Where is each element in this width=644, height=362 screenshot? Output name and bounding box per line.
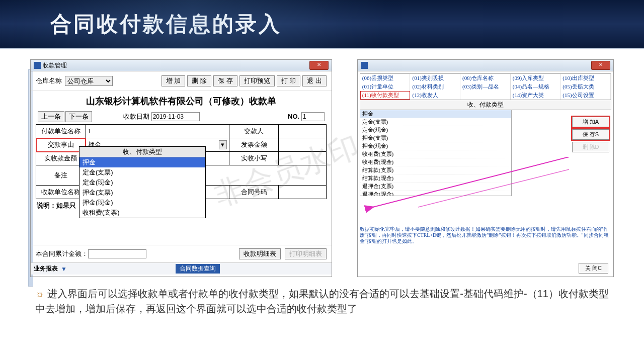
payment-type-list[interactable]: 押金 定金(支票) 定金(现金) 押金(支票) 押金(现金) 收租费(支票) 收…: [360, 110, 512, 196]
payer-unit-label: 付款单位名称: [36, 125, 86, 138]
category-item[interactable]: (02)材料类别: [410, 82, 460, 91]
category-item[interactable]: (10)出库类型: [560, 74, 611, 82]
print-preview-button[interactable]: 打印预览: [239, 75, 275, 86]
category-item[interactable]: (03)类别—品名: [460, 82, 511, 91]
list-item[interactable]: 押金(现金): [360, 142, 511, 150]
category-item[interactable]: (14)资产大类: [511, 91, 561, 100]
sum-label: 本合同累计金额：: [36, 249, 88, 258]
app-icon: [361, 62, 368, 69]
receiver-unit-label: 收款单位名称: [36, 186, 86, 199]
window-titlebar: 收款管理 ✕: [31, 60, 332, 71]
category-item[interactable]: (08)仓库名称: [460, 74, 511, 82]
actual-cn-label: 实收小写: [229, 152, 279, 165]
add-type-button[interactable]: 增 加A: [572, 117, 609, 127]
bullet-icon: ☼: [35, 288, 44, 299]
payer-person-label: 交款人: [229, 125, 279, 138]
contract-no-value[interactable]: [279, 186, 326, 199]
category-item-active[interactable]: (11)收付款类型: [360, 91, 411, 100]
category-grid: (06)丢损类型 (01)类别丢损 (08)仓库名称 (09)入库类型 (10)…: [360, 73, 611, 100]
actual-cn-value[interactable]: [279, 152, 326, 165]
side-buttons: 增 加A 保 存S 删 除D: [572, 117, 609, 152]
detail-list-button[interactable]: 收款明细表: [239, 248, 281, 259]
window-title: 收款管理: [43, 61, 67, 70]
save-type-button[interactable]: 保 存S: [572, 129, 609, 140]
toolbar: 仓库名称 公司仓库 增 加 删 除 保 存 打印预览 打 印 退 出: [31, 71, 332, 91]
delete-button[interactable]: 删 除: [187, 75, 211, 86]
status-center[interactable]: 合同数据查询: [176, 264, 220, 274]
list-item[interactable]: 结算款(支票): [360, 166, 511, 174]
dropdown-item[interactable]: 押金(现金): [79, 198, 205, 208]
close-icon[interactable]: ✕: [591, 61, 610, 70]
payer-unit-value[interactable]: 1: [88, 127, 92, 135]
add-button[interactable]: 增 加: [162, 75, 186, 86]
actual-amount-label: 实收款金额: [36, 152, 86, 165]
dropdown-toggle-icon[interactable]: ▾: [219, 140, 227, 149]
list-item[interactable]: 定金(现金): [360, 126, 511, 134]
category-item[interactable]: (01)计量单位: [360, 82, 411, 91]
warehouse-label: 仓库名称: [36, 76, 62, 85]
list-item[interactable]: 退押金(现金): [360, 191, 511, 196]
warehouse-select[interactable]: 公司仓库: [65, 76, 113, 86]
receipt-no-input[interactable]: [301, 112, 325, 121]
delete-type-button[interactable]: 删 除D: [572, 142, 609, 152]
app-icon: [34, 62, 41, 69]
code-maintenance-window: ✕ (06)丢损类型 (01)类别丢损 (08)仓库名称 (09)入库类型 (1…: [357, 59, 614, 277]
payment-type-dropdown[interactable]: 收、付款类型 押金 定金(支票) 定金(现金) 押金(支票) 押金(现金) 收租…: [79, 146, 206, 218]
print-detail-button[interactable]: 打印明细表: [285, 248, 327, 259]
tip-text: 数据初始化完毕后，请不要随意删除和修改此数据！如果确实需要删除无用的按钮时，请先…: [360, 226, 611, 244]
status-left[interactable]: 业务报表: [34, 264, 58, 273]
category-item[interactable]: (05)丢赔大类: [560, 82, 611, 91]
slide-bullet: ☼进入界面后可以选择收款单或者付款单的收付款类型，如果默认的没有合适的可以去基础…: [0, 282, 644, 316]
category-item[interactable]: (04)品名—规格: [511, 82, 561, 91]
dropdown-item[interactable]: 定金(支票): [79, 167, 205, 177]
category-item[interactable]: (15)公司设置: [560, 91, 611, 100]
receipt-date-input[interactable]: [151, 112, 200, 121]
contract-no-label: 合同号码: [229, 186, 279, 199]
prev-record-button[interactable]: 上一条: [38, 111, 64, 122]
slide-header: 合同收付款信息的录入: [0, 0, 644, 49]
receipt-window: 收款管理 ✕ 仓库名称 公司仓库 增 加 删 除 保 存 打印预览 打 印 退 …: [30, 59, 332, 277]
nav-row: 上一条 下一条 收款日期 NO.: [36, 111, 327, 122]
list-item[interactable]: 押金: [360, 110, 511, 118]
invoice-amount-label: 发票金额: [229, 138, 279, 152]
category-item[interactable]: (06)丢损类型: [360, 74, 411, 82]
dropdown-item[interactable]: 定金(现金): [79, 177, 205, 188]
type-list-header: 收、付款类型: [360, 100, 611, 110]
invoice-amount-value[interactable]: [279, 138, 326, 152]
slide-title: 合同收付款信息的录入: [0, 0, 644, 38]
dropdown-item[interactable]: 收租费(支票): [79, 208, 205, 218]
dropdown-item[interactable]: 押金(支票): [79, 188, 205, 198]
category-item[interactable]: [460, 91, 511, 100]
list-item[interactable]: 定金(支票): [360, 118, 511, 126]
list-item[interactable]: 收租费(现金): [360, 158, 511, 166]
category-item[interactable]: (09)入库类型: [511, 74, 561, 82]
exit-button[interactable]: 退 出: [302, 75, 327, 86]
payment-reason-label: 交款事由: [36, 138, 86, 152]
category-item[interactable]: (01)类别丢损: [410, 74, 460, 82]
status-bar: 业务报表 ▼ 合同数据查询: [31, 262, 332, 275]
list-item[interactable]: 退押金(支票): [360, 183, 511, 191]
chevron-down-icon[interactable]: ▼: [61, 265, 67, 273]
category-item[interactable]: (12)收发人: [410, 91, 460, 100]
dropdown-header: 收、付款类型: [79, 147, 205, 157]
close-button[interactable]: 关 闭C: [579, 263, 608, 274]
bottom-bar: 本合同累计金额： 收款明细表 打印明细表: [31, 245, 332, 262]
print-button[interactable]: 打 印: [277, 75, 301, 86]
close-icon[interactable]: ✕: [309, 61, 329, 70]
window-titlebar: ✕: [358, 60, 613, 71]
list-item[interactable]: 结算款(现金): [360, 174, 511, 183]
receipt-date-label: 收款日期: [123, 113, 149, 120]
save-button[interactable]: 保 存: [213, 75, 237, 86]
list-item[interactable]: 押金(支票): [360, 134, 511, 142]
sum-input[interactable]: [88, 249, 146, 258]
list-item[interactable]: 收租费(支票): [360, 150, 511, 158]
document-title: 山东银杉计算机软件有限公司（可修改）收款单: [36, 91, 327, 110]
remark-label: 备注: [36, 165, 86, 186]
next-record-button[interactable]: 下一条: [65, 111, 92, 122]
payer-person-value[interactable]: [279, 125, 326, 138]
dropdown-item[interactable]: 押金: [79, 157, 205, 167]
receipt-no-label: NO.: [288, 113, 299, 120]
